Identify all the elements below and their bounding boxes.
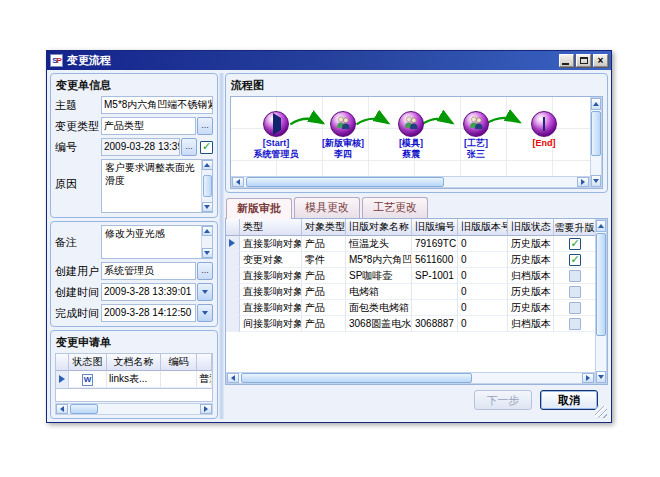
- create-time-input[interactable]: 2009-3-28 13:39:01: [101, 283, 196, 301]
- flow-node-review[interactable]: [新版审核]李四: [311, 111, 375, 160]
- scroll-left-icon[interactable]: [227, 373, 239, 383]
- approval-table-hscrollbar[interactable]: [226, 372, 595, 384]
- col-upgrade[interactable]: 需要升版: [554, 219, 595, 236]
- change-process-window: SP 变更流程 × 变更单信息 主题 M5*8内六角凹端不锈钢紧固螺钉 变更类型…: [46, 50, 612, 423]
- upgrade-checkbox[interactable]: [569, 254, 581, 266]
- request-list-hscrollbar[interactable]: [55, 403, 213, 415]
- scroll-up-icon[interactable]: [202, 160, 213, 170]
- people-node-icon: [330, 111, 356, 137]
- maximize-button[interactable]: [576, 54, 591, 67]
- titlebar[interactable]: SP 变更流程 ×: [47, 51, 611, 70]
- end-node-icon: [531, 111, 557, 137]
- col-type[interactable]: 类型: [240, 219, 302, 236]
- col-old-ver[interactable]: 旧版版本号: [458, 219, 508, 236]
- info-group: 变更单信息 主题 M5*8内六角凹端不锈钢紧固螺钉 变更类型 产品类型 ... …: [50, 73, 218, 218]
- col-code[interactable]: 编码: [161, 354, 197, 371]
- scroll-up-icon[interactable]: [596, 220, 606, 232]
- create-user-label: 创建用户: [55, 264, 101, 279]
- play-icon: [273, 113, 281, 135]
- col-status-icon[interactable]: 状态图: [69, 354, 107, 371]
- scroll-left-icon[interactable]: [56, 404, 68, 414]
- remark-label: 备注: [55, 225, 101, 250]
- number-input[interactable]: 2009-03-28 13:39:01: [101, 138, 180, 156]
- word-doc-icon: W: [82, 374, 93, 386]
- table-row[interactable]: 直接影响对象 产品 恒温龙头 79169TC 0 历史版本: [226, 236, 595, 252]
- change-type-browse-button[interactable]: ...: [197, 117, 213, 135]
- request-list-table: 状态图 文档名称 编码 W links表... 普通: [55, 353, 213, 389]
- resize-grip[interactable]: [595, 406, 607, 418]
- table-row[interactable]: 间接影响对象 产品 3068圆盖电水壶 3068887 0 归档版本: [226, 316, 595, 332]
- panel-splitter[interactable]: [219, 73, 224, 419]
- number-browse-button[interactable]: ...: [181, 138, 197, 156]
- meta-group: 备注 修改为亚光感 创建用户 系统管理员 ...: [50, 221, 218, 327]
- finish-time-dropdown-button[interactable]: [197, 304, 213, 322]
- tab-mold-change[interactable]: 模具更改: [294, 197, 360, 218]
- upgrade-checkbox[interactable]: [569, 318, 581, 330]
- number-label: 编号: [55, 140, 101, 155]
- minimize-button[interactable]: [559, 54, 574, 67]
- scroll-right-icon[interactable]: [582, 373, 594, 383]
- col-doc-name[interactable]: 文档名称: [107, 354, 161, 371]
- request-list-group: 变更申请单 状态图 文档名称 编码 W links表... 普通: [50, 330, 218, 419]
- scroll-down-icon[interactable]: [596, 371, 606, 383]
- flow-node-craft[interactable]: [工艺]张三: [444, 111, 508, 160]
- chevron-down-icon: [202, 290, 208, 294]
- table-row[interactable]: 直接影响对象 产品 面包类电烤箱 0 历史版本: [226, 300, 595, 316]
- upgrade-checkbox[interactable]: [569, 286, 581, 298]
- finish-time-input[interactable]: 2009-3-28 14:12:50: [101, 304, 196, 322]
- scroll-right-icon[interactable]: [200, 404, 212, 414]
- remark-scrollbar[interactable]: [201, 226, 212, 258]
- request-row[interactable]: W links表... 普通: [56, 371, 212, 388]
- tab-new-version-approval[interactable]: 新版审批: [226, 198, 292, 219]
- people-node-icon: [463, 111, 489, 137]
- flow-node-end[interactable]: [End]: [512, 111, 576, 149]
- flow-node-mold[interactable]: [模具]蔡震: [379, 111, 443, 160]
- number-checkbox[interactable]: [200, 141, 213, 154]
- create-user-input[interactable]: 系统管理员: [101, 262, 196, 280]
- upgrade-checkbox[interactable]: [569, 302, 581, 314]
- app-icon: SP: [50, 54, 63, 67]
- cancel-button[interactable]: 取消: [540, 390, 598, 410]
- scroll-down-icon[interactable]: [591, 175, 601, 187]
- table-row[interactable]: 直接影响对象 产品 电烤箱 0 历史版本: [226, 284, 595, 300]
- flow-canvas[interactable]: [Start]系统管理员: [231, 97, 590, 176]
- subject-label: 主题: [55, 98, 101, 113]
- finish-time-label: 完成时间: [55, 306, 101, 321]
- close-button[interactable]: ×: [593, 54, 608, 67]
- scroll-down-icon[interactable]: [202, 248, 213, 258]
- create-time-label: 创建时间: [55, 285, 101, 300]
- flow-vscrollbar[interactable]: [590, 97, 602, 188]
- create-time-dropdown-button[interactable]: [197, 283, 213, 301]
- stop-icon: [543, 117, 545, 131]
- scroll-down-icon[interactable]: [202, 202, 213, 212]
- current-row-arrow-icon: [229, 239, 235, 247]
- approval-table-vscrollbar[interactable]: [595, 219, 607, 384]
- upgrade-checkbox[interactable]: [569, 238, 581, 250]
- reason-scrollbar[interactable]: [201, 160, 212, 212]
- info-group-title: 变更单信息: [55, 77, 213, 96]
- scroll-right-icon[interactable]: [577, 177, 589, 187]
- flow-diagram-group: 流程图: [225, 73, 608, 193]
- col-old-name[interactable]: 旧版对象名称: [346, 219, 412, 236]
- start-node-icon: [263, 111, 289, 137]
- table-row[interactable]: 直接影响对象 产品 SP咖啡壶 SP-1001 0 归档版本 SP咖: [226, 268, 595, 284]
- scroll-up-icon[interactable]: [202, 226, 213, 236]
- change-type-input[interactable]: 产品类型: [101, 117, 196, 135]
- flow-hscrollbar[interactable]: [231, 176, 590, 188]
- scroll-left-icon[interactable]: [232, 177, 244, 187]
- upgrade-checkbox[interactable]: [569, 270, 581, 282]
- change-order-panel: 变更单信息 主题 M5*8内六角凹端不锈钢紧固螺钉 变更类型 产品类型 ... …: [50, 73, 218, 419]
- flow-node-start[interactable]: [Start]系统管理员: [244, 111, 308, 160]
- tab-craft-change[interactable]: 工艺更改: [362, 197, 428, 218]
- reason-textarea[interactable]: 客户要求调整表面光滑度: [101, 159, 213, 213]
- create-user-browse-button[interactable]: ...: [197, 262, 213, 280]
- subject-input[interactable]: M5*8内六角凹端不锈钢紧固螺钉: [101, 96, 213, 114]
- table-row[interactable]: 变更对象 零件 M5*8内六角凹... 5611600 0 历史版本 M5*8: [226, 252, 595, 268]
- col-old-status[interactable]: 旧版状态: [508, 219, 554, 236]
- col-obj-type[interactable]: 对象类型: [302, 219, 346, 236]
- people-icon: [468, 116, 484, 130]
- scroll-up-icon[interactable]: [591, 98, 601, 110]
- col-old-no[interactable]: 旧版编号: [412, 219, 458, 236]
- remark-textarea[interactable]: 修改为亚光感: [101, 225, 213, 259]
- current-row-arrow-icon: [59, 375, 65, 383]
